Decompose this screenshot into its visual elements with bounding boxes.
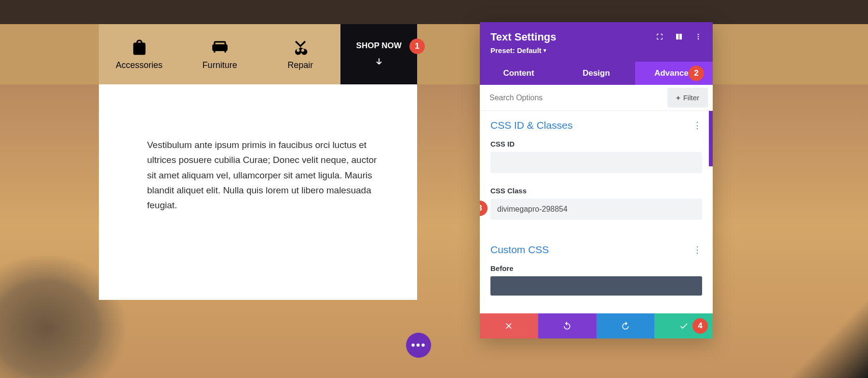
svg-point-0 xyxy=(698,34,699,35)
svg-point-2 xyxy=(698,38,699,40)
panel-scroll-area: CSS ID & Classes ⋮ CSS ID CSS Class 3 Cu… xyxy=(480,111,713,313)
nav-label: Repair xyxy=(287,60,313,70)
annotation-badge-2: 2 xyxy=(689,66,704,81)
panel-header: Text Settings Preset: Default xyxy=(480,22,713,62)
nav-label: Accessories xyxy=(116,60,163,70)
filter-label: Filter xyxy=(683,94,699,102)
annotation-badge-4: 4 xyxy=(692,318,708,334)
nav-item-accessories[interactable]: Accessories xyxy=(99,24,179,84)
nav-item-repair[interactable]: Repair xyxy=(260,24,340,84)
builder-fab-button[interactable]: ••• xyxy=(406,333,431,358)
section-title[interactable]: CSS ID & Classes xyxy=(490,120,572,131)
tab-advanced[interactable]: Advanced 2 xyxy=(635,62,713,85)
before-label: Before xyxy=(490,264,702,272)
css-class-input[interactable] xyxy=(490,199,702,220)
body-paragraph: Vestibulum ante ipsum primis in faucibus… xyxy=(99,84,417,300)
check-icon xyxy=(679,321,689,331)
tab-design[interactable]: Design xyxy=(557,62,635,85)
arrow-down-icon xyxy=(373,56,385,68)
scissors-icon xyxy=(291,38,310,56)
section-title[interactable]: Custom CSS xyxy=(490,244,549,256)
nav-item-furniture[interactable]: Furniture xyxy=(179,24,260,84)
before-css-editor[interactable] xyxy=(490,276,702,296)
panel-tabs: Content Design Advanced 2 xyxy=(480,62,713,85)
panel-header-actions xyxy=(656,33,702,40)
css-id-input[interactable] xyxy=(490,152,702,173)
bag-icon xyxy=(130,38,149,56)
redo-icon xyxy=(621,321,630,331)
annotation-badge-1: 1 xyxy=(409,39,425,54)
css-id-label: CSS ID xyxy=(490,140,702,148)
more-horizontal-icon: ••• xyxy=(411,338,426,352)
save-button[interactable]: 4 xyxy=(654,313,713,338)
couch-icon xyxy=(211,38,229,56)
undo-button[interactable] xyxy=(538,313,597,338)
page-content-card: Accessories Furniture Repair SHOP NOW 1 … xyxy=(99,24,417,300)
scrollbar-thumb[interactable] xyxy=(709,111,713,166)
more-vertical-icon[interactable] xyxy=(694,33,702,40)
tab-advanced-label: Advanced xyxy=(654,68,693,78)
shop-now-label: SHOP NOW xyxy=(356,41,402,51)
preset-dropdown[interactable]: Preset: Default xyxy=(490,46,546,54)
section-menu-icon[interactable]: ⋮ xyxy=(693,120,702,131)
columns-icon[interactable] xyxy=(675,33,683,40)
search-input[interactable] xyxy=(480,86,667,110)
filter-button[interactable]: + Filter xyxy=(667,88,708,108)
category-nav: Accessories Furniture Repair SHOP NOW 1 xyxy=(99,24,417,84)
section-css-id-classes: CSS ID & Classes ⋮ CSS ID CSS Class 3 xyxy=(480,111,713,235)
panel-title: Text Settings xyxy=(490,31,556,43)
section-menu-icon[interactable]: ⋮ xyxy=(693,244,702,255)
undo-icon xyxy=(562,321,572,331)
cancel-button[interactable] xyxy=(480,313,538,338)
tab-content[interactable]: Content xyxy=(480,62,557,85)
shop-now-button[interactable]: SHOP NOW 1 xyxy=(340,24,417,84)
redo-button[interactable] xyxy=(597,313,655,338)
nav-label: Furniture xyxy=(203,60,237,70)
plus-icon: + xyxy=(676,94,680,102)
settings-panel: Text Settings Preset: Default Content De… xyxy=(480,22,713,338)
close-icon xyxy=(504,321,514,331)
css-class-label: CSS Class xyxy=(490,187,702,195)
search-row: + Filter xyxy=(480,85,713,111)
expand-icon[interactable] xyxy=(656,33,664,40)
svg-point-1 xyxy=(698,36,699,38)
section-custom-css: Custom CSS ⋮ Before xyxy=(480,235,713,300)
panel-footer: 4 xyxy=(480,313,713,338)
annotation-badge-3: 3 xyxy=(480,201,488,216)
